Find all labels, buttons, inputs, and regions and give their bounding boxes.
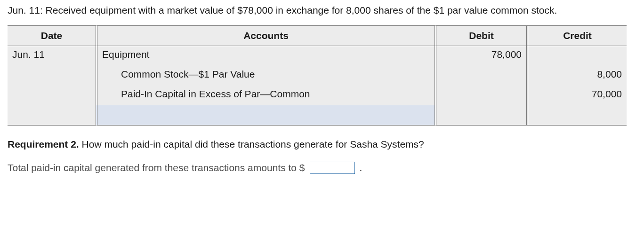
cell-account: Paid-In Capital in Excess of Par—Common — [96, 86, 435, 105]
cell-credit: 8,000 — [526, 66, 627, 86]
col-header-accounts: Accounts — [96, 25, 435, 46]
cell-debit — [435, 66, 526, 86]
paid-in-capital-input[interactable] — [310, 162, 355, 174]
cell-date — [8, 66, 96, 86]
answer-label: Total paid-in capital generated from the… — [8, 162, 305, 173]
answer-period: . — [360, 162, 362, 173]
table-row — [8, 105, 627, 126]
cell-debit: 78,000 — [435, 46, 526, 66]
table-header-row: Date Accounts Debit Credit — [8, 25, 627, 46]
cell-debit — [435, 105, 526, 126]
table-row: Paid-In Capital in Excess of Par—Common … — [8, 86, 627, 105]
requirement-2: Requirement 2. How much paid-in capital … — [8, 138, 636, 151]
requirement-2-text: How much paid-in capital did these trans… — [79, 139, 424, 149]
col-header-debit: Debit — [435, 25, 526, 46]
cell-credit — [526, 105, 627, 126]
table-row: Jun. 11 Equipment 78,000 — [8, 46, 627, 66]
transaction-description: Jun. 11: Received equipment with a marke… — [8, 4, 636, 17]
cell-date — [8, 105, 96, 126]
requirement-2-lead: Requirement 2. — [8, 139, 79, 149]
cell-account: Equipment — [96, 46, 435, 66]
table-row: Common Stock—$1 Par Value 8,000 — [8, 66, 627, 86]
cell-credit: 70,000 — [526, 86, 627, 105]
cell-date: Jun. 11 — [8, 46, 96, 66]
answer-line: Total paid-in capital generated from the… — [8, 162, 636, 174]
cell-debit — [435, 86, 526, 105]
cell-date — [8, 86, 96, 105]
col-header-credit: Credit — [526, 25, 627, 46]
cell-account — [96, 105, 435, 126]
cell-account: Common Stock—$1 Par Value — [96, 66, 435, 86]
col-header-date: Date — [8, 25, 96, 46]
cell-credit — [526, 46, 627, 66]
journal-entry-table: Date Accounts Debit Credit Jun. 11 Equip… — [8, 25, 627, 126]
